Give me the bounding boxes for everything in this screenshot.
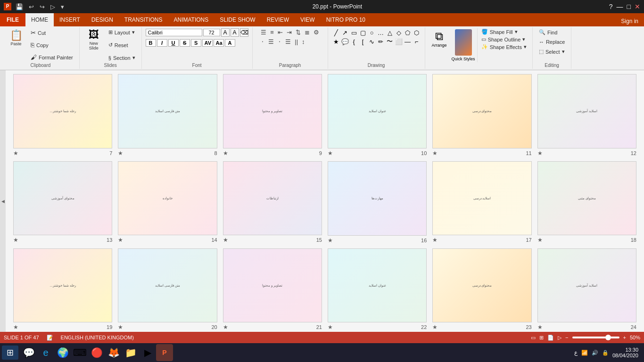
tab-review[interactable]: REVIEW bbox=[261, 13, 295, 26]
slide-sorter-btn[interactable]: ⊞ bbox=[539, 335, 544, 341]
slide-thumb-12[interactable]: اسلاید آموزشی bbox=[537, 74, 636, 148]
taskbar-media[interactable]: ▶ bbox=[139, 344, 156, 361]
shape-line[interactable]: ╱ bbox=[332, 28, 340, 37]
slide-thumb-20[interactable]: متن فارسی اسلاید bbox=[118, 248, 217, 323]
indent-increase-btn[interactable]: ⇥ bbox=[285, 28, 293, 36]
help-btn[interactable]: ? bbox=[609, 3, 613, 10]
slide-thumb-21[interactable]: تصاویر و محتوا bbox=[223, 248, 322, 323]
slide-thumb-22[interactable]: عنوان اسلاید bbox=[328, 248, 427, 323]
qat-dropdown-btn[interactable]: ▾ bbox=[59, 3, 66, 10]
slide-thumb-19[interactable]: رحله شما خوشتر... bbox=[13, 248, 112, 323]
slides-area[interactable]: رحله شما خوشتر... ★ 7 متن فارسی اسلاید ★… bbox=[6, 70, 644, 332]
slide-thumb-10[interactable]: عنوان اسلاید bbox=[328, 74, 427, 148]
taskbar-telegram[interactable]: 💬 bbox=[20, 344, 37, 361]
paste-button[interactable]: 📋 Paste bbox=[6, 28, 26, 48]
shape-hexagon[interactable]: ⬡ bbox=[413, 28, 421, 37]
shape-connector[interactable]: — bbox=[404, 37, 412, 46]
slide-item-20[interactable]: متن فارسی اسلاید ★ 20 bbox=[118, 248, 217, 331]
shape-outline-button[interactable]: ▭ Shape Outline ▾ bbox=[479, 36, 528, 43]
zoom-in-btn[interactable]: + bbox=[623, 335, 626, 340]
font-color-btn[interactable]: A bbox=[225, 39, 235, 47]
save-qat-btn[interactable]: 💾 bbox=[14, 3, 25, 10]
tab-slideshow[interactable]: SLIDE SHOW bbox=[214, 13, 261, 26]
taskbar-ie[interactable]: e bbox=[37, 344, 54, 361]
select-button[interactable]: ⬚ Select ▾ bbox=[537, 48, 567, 56]
slide-item-22[interactable]: عنوان اسلاید ★ 22 bbox=[328, 248, 427, 331]
font-size-increase-btn[interactable]: A bbox=[221, 28, 230, 37]
arrange-button[interactable]: ⧉ Arrange bbox=[429, 28, 450, 49]
zoom-thumb[interactable] bbox=[605, 335, 611, 340]
slide-thumb-23[interactable]: محتوای درسی bbox=[432, 248, 531, 323]
shape-rect[interactable]: ▭ bbox=[350, 28, 358, 37]
shape-fill-button[interactable]: 🪣 Shape Fill ▾ bbox=[479, 28, 528, 35]
new-slide-button[interactable]: 🖼 New Slide bbox=[83, 28, 104, 52]
slide-thumb-18[interactable]: محتوای متنی bbox=[537, 161, 636, 236]
slide-item-24[interactable]: اسلاید آموزشی ★ 24 bbox=[537, 248, 636, 331]
shape-arrow[interactable]: ↗ bbox=[341, 28, 349, 37]
slide-item-13[interactable]: محتوای آموزشی ★ 13 bbox=[13, 161, 112, 244]
bold-btn[interactable]: B bbox=[146, 39, 156, 47]
char-spacing-btn[interactable]: AV bbox=[202, 39, 213, 47]
tab-file[interactable]: FILE bbox=[0, 13, 25, 26]
slide-star-7[interactable]: ★ bbox=[13, 150, 18, 156]
shape-flowchart[interactable]: ⬜ bbox=[395, 37, 403, 46]
slide-star-15[interactable]: ★ bbox=[223, 237, 228, 243]
shape-triangle[interactable]: △ bbox=[386, 28, 394, 37]
slideshow-btn[interactable]: ▷ bbox=[558, 335, 561, 341]
italic-btn[interactable]: I bbox=[157, 39, 167, 47]
text-direction-btn[interactable]: ⇅ bbox=[294, 28, 302, 36]
close-btn[interactable]: ✕ bbox=[635, 3, 640, 10]
numbering-btn[interactable]: ≡ bbox=[269, 28, 275, 36]
zoom-slider[interactable] bbox=[572, 337, 619, 338]
slide-star-13[interactable]: ★ bbox=[13, 237, 18, 243]
tab-view[interactable]: VIEW bbox=[295, 13, 321, 26]
slide-item-12[interactable]: اسلاید آموزشی ★ 12 bbox=[537, 74, 636, 156]
slide-star-18[interactable]: ★ bbox=[537, 237, 543, 243]
change-case-btn[interactable]: Aa bbox=[214, 39, 224, 47]
slide-star-8[interactable]: ★ bbox=[118, 150, 123, 156]
slide-star-9[interactable]: ★ bbox=[223, 150, 228, 156]
shape-rounded-rect[interactable]: ▢ bbox=[359, 28, 367, 37]
slide-item-7[interactable]: رحله شما خوشتر... ★ 7 bbox=[13, 74, 112, 156]
start-button[interactable]: ⊞ bbox=[2, 346, 18, 360]
left-panel-toggle[interactable]: ◀ bbox=[0, 70, 6, 332]
indent-decrease-btn[interactable]: ⇤ bbox=[276, 28, 284, 36]
slide-item-8[interactable]: متن فارسی اسلاید ★ 8 bbox=[118, 74, 217, 156]
slide-item-14[interactable]: خانواده ★ 14 bbox=[118, 161, 217, 244]
slide-thumb-7[interactable]: رحله شما خوشتر... bbox=[13, 74, 112, 148]
slide-thumb-11[interactable]: محتوای درسی bbox=[432, 74, 531, 148]
layout-button[interactable]: ⊞ Layout ▾ bbox=[106, 28, 138, 36]
slide-thumb-16[interactable]: مهارت‌ها bbox=[328, 161, 427, 236]
convert-smartart-btn[interactable]: ⚙ bbox=[312, 28, 321, 36]
slide-item-23[interactable]: محتوای درسی ★ 23 bbox=[432, 248, 531, 331]
taskbar-powerpoint[interactable]: P bbox=[156, 344, 173, 361]
redo-qat-btn[interactable]: ↪ bbox=[38, 3, 46, 10]
slide-star-16[interactable]: ★ bbox=[328, 237, 333, 244]
normal-view-btn[interactable]: ▭ bbox=[531, 335, 536, 341]
taskbar-firefox[interactable]: 🦊 bbox=[105, 344, 122, 361]
slide-star-23[interactable]: ★ bbox=[432, 324, 438, 330]
find-button[interactable]: 🔍 Find bbox=[537, 28, 560, 36]
cut-button[interactable]: ✂ Cut bbox=[28, 28, 75, 37]
slide-item-17[interactable]: اسلاید درسی ★ 17 bbox=[432, 161, 531, 244]
col-spacing-btn[interactable]: || bbox=[293, 38, 299, 46]
slide-item-10[interactable]: عنوان اسلاید ★ 10 bbox=[328, 74, 427, 156]
tab-nitro[interactable]: NITRO PRO 10 bbox=[321, 13, 371, 26]
shape-more[interactable]: … bbox=[377, 28, 385, 37]
shape-effects-button[interactable]: ✨ Shape Effects ▾ bbox=[479, 43, 528, 50]
slide-star-24[interactable]: ★ bbox=[537, 324, 543, 330]
shape-scribble[interactable]: 〜 bbox=[386, 37, 394, 46]
slide-thumb-17[interactable]: اسلاید درسی bbox=[432, 161, 531, 236]
taskbar-keyboard[interactable]: ⌨ bbox=[71, 344, 88, 361]
align-left-btn[interactable]: ⬝ bbox=[259, 38, 266, 46]
justify-btn[interactable]: ☰ bbox=[284, 38, 292, 46]
minimize-btn[interactable]: — bbox=[617, 3, 623, 10]
slide-star-21[interactable]: ★ bbox=[223, 324, 228, 330]
shape-oval[interactable]: ○ bbox=[368, 28, 376, 37]
reading-view-btn[interactable]: 📄 bbox=[547, 335, 554, 341]
slide-thumb-14[interactable]: خانواده bbox=[118, 161, 217, 236]
line-spacing-btn[interactable]: ↕ bbox=[300, 38, 306, 46]
shape-callout[interactable]: 💬 bbox=[341, 37, 349, 46]
slide-thumb-15[interactable]: ارتباطات bbox=[223, 161, 322, 236]
font-name-input[interactable] bbox=[146, 29, 202, 36]
